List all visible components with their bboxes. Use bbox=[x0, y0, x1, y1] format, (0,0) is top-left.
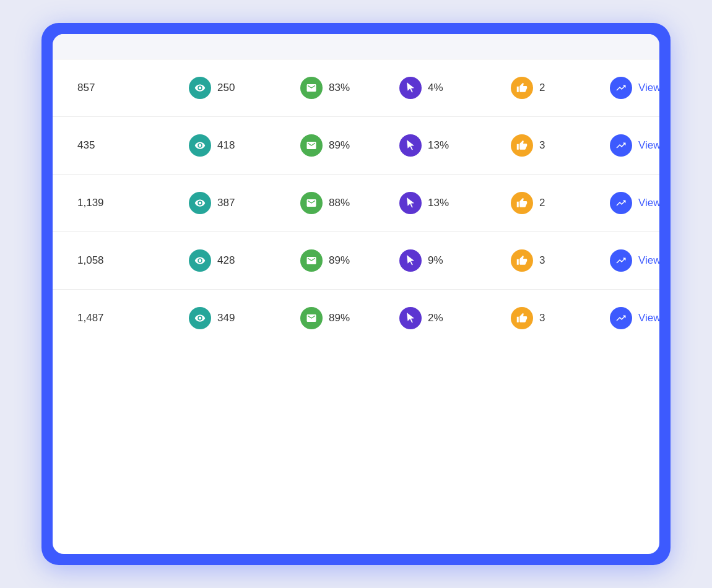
eye-icon bbox=[189, 249, 211, 272]
cursor-icon bbox=[399, 249, 422, 272]
thumbs-up-cell: 3 bbox=[511, 134, 610, 157]
click-through-cell: 13% bbox=[399, 192, 511, 214]
view-report-label: View Report bbox=[638, 254, 659, 267]
more-analytics-cell: View Report bbox=[610, 77, 659, 99]
thumbs-up-icon bbox=[511, 134, 533, 157]
click-through-value: 13% bbox=[428, 139, 449, 152]
chart-icon bbox=[610, 192, 632, 214]
mail-icon bbox=[300, 249, 323, 272]
analytics-card: 857 250 83% 4% 2 View Report bbox=[53, 34, 659, 554]
open-rate-cell: 89% bbox=[300, 134, 399, 157]
thumbs-up-cell: 2 bbox=[511, 192, 610, 214]
word-count-cell: 857 bbox=[77, 82, 189, 94]
thumbs-up-icon bbox=[511, 307, 533, 329]
open-rate-value: 83% bbox=[329, 82, 350, 94]
click-through-value: 13% bbox=[428, 197, 449, 209]
word-count-cell: 1,487 bbox=[77, 312, 189, 324]
views-cell: 349 bbox=[189, 307, 300, 329]
word-count-value: 1,139 bbox=[77, 197, 104, 209]
eye-icon bbox=[189, 134, 211, 157]
table-row: 1,058 428 89% 9% 3 View Report bbox=[53, 232, 659, 290]
word-count-cell: 435 bbox=[77, 139, 189, 152]
thumbs-up-cell: 3 bbox=[511, 307, 610, 329]
mail-icon bbox=[300, 77, 323, 99]
views-value: 349 bbox=[217, 312, 235, 324]
views-cell: 250 bbox=[189, 77, 300, 99]
word-count-cell: 1,139 bbox=[77, 197, 189, 209]
view-report-button[interactable]: View Report bbox=[610, 77, 659, 99]
click-through-value: 9% bbox=[428, 254, 443, 267]
click-through-cell: 4% bbox=[399, 77, 511, 99]
thumbs-up-value: 3 bbox=[539, 254, 545, 267]
word-count-value: 1,058 bbox=[77, 254, 104, 267]
thumbs-up-value: 2 bbox=[539, 82, 545, 94]
eye-icon bbox=[189, 307, 211, 329]
cursor-icon bbox=[399, 192, 422, 214]
word-count-value: 435 bbox=[77, 139, 95, 152]
more-analytics-cell: View Report bbox=[610, 249, 659, 272]
eye-icon bbox=[189, 77, 211, 99]
cursor-icon bbox=[399, 77, 422, 99]
thumbs-up-icon bbox=[511, 192, 533, 214]
word-count-cell: 1,058 bbox=[77, 254, 189, 267]
mail-icon bbox=[300, 192, 323, 214]
click-through-cell: 9% bbox=[399, 249, 511, 272]
open-rate-cell: 89% bbox=[300, 307, 399, 329]
click-through-value: 4% bbox=[428, 82, 443, 94]
table-row: 1,487 349 89% 2% 3 View Report bbox=[53, 290, 659, 347]
thumbs-up-cell: 2 bbox=[511, 77, 610, 99]
thumbs-up-value: 3 bbox=[539, 312, 545, 324]
cursor-icon bbox=[399, 307, 422, 329]
chart-icon bbox=[610, 249, 632, 272]
table-row: 1,139 387 88% 13% 2 View Report bbox=[53, 175, 659, 232]
click-through-value: 2% bbox=[428, 312, 443, 324]
view-report-label: View Report bbox=[638, 82, 659, 94]
more-analytics-cell: View Report bbox=[610, 134, 659, 157]
open-rate-cell: 89% bbox=[300, 249, 399, 272]
table-row: 857 250 83% 4% 2 View Report bbox=[53, 59, 659, 117]
mail-icon bbox=[300, 134, 323, 157]
views-cell: 418 bbox=[189, 134, 300, 157]
chart-icon bbox=[610, 134, 632, 157]
thumbs-up-value: 3 bbox=[539, 139, 545, 152]
view-report-label: View Report bbox=[638, 139, 659, 152]
eye-icon bbox=[189, 192, 211, 214]
view-report-label: View Report bbox=[638, 312, 659, 324]
open-rate-value: 89% bbox=[329, 254, 350, 267]
thumbs-up-value: 2 bbox=[539, 197, 545, 209]
outer-card-wrapper: 857 250 83% 4% 2 View Report bbox=[41, 23, 671, 565]
views-value: 387 bbox=[217, 197, 235, 209]
table-header bbox=[53, 34, 659, 59]
word-count-value: 857 bbox=[77, 82, 95, 94]
chart-icon bbox=[610, 77, 632, 99]
word-count-value: 1,487 bbox=[77, 312, 104, 324]
open-rate-cell: 83% bbox=[300, 77, 399, 99]
view-report-button[interactable]: View Report bbox=[610, 192, 659, 214]
more-analytics-cell: View Report bbox=[610, 192, 659, 214]
open-rate-value: 88% bbox=[329, 197, 350, 209]
open-rate-value: 89% bbox=[329, 139, 350, 152]
views-value: 250 bbox=[217, 82, 235, 94]
views-cell: 387 bbox=[189, 192, 300, 214]
mail-icon bbox=[300, 307, 323, 329]
cursor-icon bbox=[399, 134, 422, 157]
chart-icon bbox=[610, 307, 632, 329]
thumbs-up-icon bbox=[511, 77, 533, 99]
open-rate-value: 89% bbox=[329, 312, 350, 324]
view-report-button[interactable]: View Report bbox=[610, 249, 659, 272]
views-value: 428 bbox=[217, 254, 235, 267]
more-analytics-cell: View Report bbox=[610, 307, 659, 329]
view-report-button[interactable]: View Report bbox=[610, 307, 659, 329]
views-value: 418 bbox=[217, 139, 235, 152]
open-rate-cell: 88% bbox=[300, 192, 399, 214]
view-report-label: View Report bbox=[638, 197, 659, 209]
thumbs-up-icon bbox=[511, 249, 533, 272]
view-report-button[interactable]: View Report bbox=[610, 134, 659, 157]
views-cell: 428 bbox=[189, 249, 300, 272]
click-through-cell: 2% bbox=[399, 307, 511, 329]
thumbs-up-cell: 3 bbox=[511, 249, 610, 272]
table-row: 435 418 89% 13% 3 View Report bbox=[53, 117, 659, 175]
click-through-cell: 13% bbox=[399, 134, 511, 157]
table-body: 857 250 83% 4% 2 View Report bbox=[53, 59, 659, 347]
